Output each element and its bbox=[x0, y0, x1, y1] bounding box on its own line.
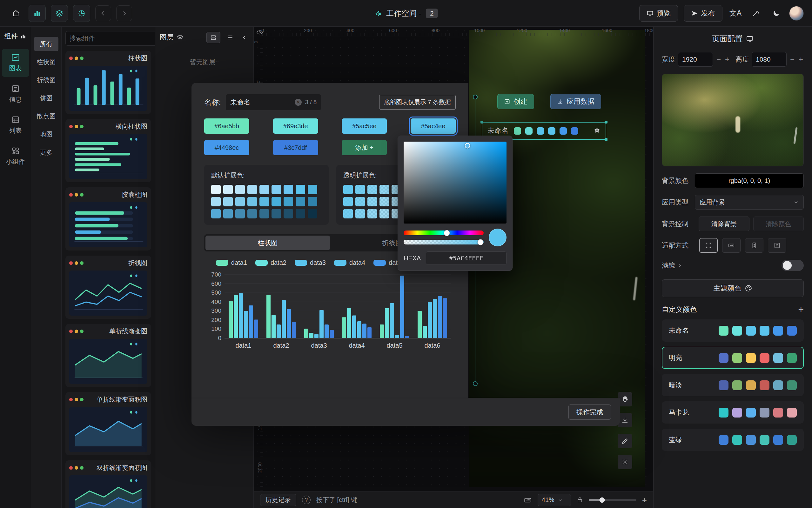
extended-color-swatch[interactable] bbox=[284, 197, 293, 206]
color-chip[interactable]: #5ac4ee bbox=[411, 118, 456, 134]
width-input[interactable]: 1920 bbox=[678, 52, 713, 67]
extended-color-swatch[interactable] bbox=[211, 197, 221, 206]
preview-button[interactable]: 预览 bbox=[639, 5, 678, 22]
extended-color-swatch[interactable] bbox=[271, 197, 281, 206]
stretch-fit-button[interactable] bbox=[768, 238, 786, 253]
category-item[interactable]: 更多 bbox=[34, 145, 58, 160]
category-item[interactable]: 所有 bbox=[34, 37, 58, 51]
extended-color-swatch[interactable] bbox=[259, 197, 269, 206]
extended-color-swatch[interactable] bbox=[308, 197, 317, 206]
transparent-color-swatch[interactable] bbox=[368, 185, 377, 194]
color-chip[interactable]: #69e3de bbox=[273, 118, 318, 134]
extended-color-swatch[interactable] bbox=[235, 197, 245, 206]
transparent-color-swatch[interactable] bbox=[368, 209, 377, 218]
history-button[interactable]: 历史记录 bbox=[260, 494, 296, 506]
extended-color-swatch[interactable] bbox=[271, 209, 281, 218]
hue-slider[interactable] bbox=[403, 230, 484, 235]
shortcut-keyboard-button[interactable] bbox=[524, 496, 532, 504]
transparent-color-swatch[interactable] bbox=[343, 197, 353, 206]
add-color-chip[interactable]: 添加 + bbox=[342, 140, 387, 155]
saturation-area[interactable] bbox=[403, 141, 507, 223]
sidebar-item-chart[interactable]: 图表 bbox=[2, 49, 29, 77]
theme-preset-未命名[interactable]: 未命名 bbox=[662, 320, 804, 342]
extended-color-swatch[interactable] bbox=[308, 209, 317, 218]
clear-background-button[interactable]: 清除背景 bbox=[699, 216, 750, 231]
component-card-bar[interactable]: 柱状图 bbox=[66, 51, 151, 114]
color-chip[interactable]: #3c7ddf bbox=[273, 140, 318, 155]
transparent-color-swatch[interactable] bbox=[355, 185, 365, 194]
extended-color-swatch[interactable] bbox=[247, 197, 257, 206]
alpha-slider[interactable] bbox=[403, 240, 484, 245]
chevron-right-icon[interactable] bbox=[677, 263, 683, 268]
width-minus-button[interactable]: − bbox=[716, 55, 722, 64]
extended-color-swatch[interactable] bbox=[284, 185, 293, 194]
settings-button[interactable] bbox=[618, 455, 632, 469]
transparent-color-swatch[interactable] bbox=[380, 209, 389, 218]
extended-color-swatch[interactable] bbox=[308, 185, 317, 194]
category-item[interactable]: 散点图 bbox=[34, 109, 58, 124]
extended-color-swatch[interactable] bbox=[259, 209, 269, 218]
alpha-slider-thumb[interactable] bbox=[477, 239, 483, 245]
component-card-linegrad[interactable]: 单折线渐变图 bbox=[66, 324, 151, 387]
bg-color-input[interactable]: rgba(0, 0, 0, 1) bbox=[695, 173, 804, 188]
eye-icon[interactable] bbox=[256, 29, 263, 36]
transparent-color-swatch[interactable] bbox=[380, 185, 389, 194]
edit-button[interactable] bbox=[618, 434, 632, 448]
extended-color-swatch[interactable] bbox=[223, 185, 233, 194]
chart-mode-button[interactable] bbox=[29, 5, 46, 22]
extended-color-swatch[interactable] bbox=[211, 209, 221, 218]
extended-color-swatch[interactable] bbox=[296, 209, 305, 218]
extended-color-swatch[interactable] bbox=[235, 185, 245, 194]
sidebar-item-widget[interactable]: 小组件 bbox=[2, 142, 29, 170]
theme-preset-暗淡[interactable]: 暗淡 bbox=[662, 374, 804, 396]
extended-color-swatch[interactable] bbox=[223, 197, 233, 206]
zoom-lock-icon[interactable] bbox=[577, 497, 583, 503]
height-plus-button[interactable]: + bbox=[798, 55, 804, 64]
publish-button[interactable]: 发布 bbox=[684, 5, 722, 22]
name-input[interactable] bbox=[230, 98, 292, 106]
extended-color-swatch[interactable] bbox=[235, 209, 245, 218]
layers-list-view-button[interactable] bbox=[223, 32, 237, 43]
theme-preset-明亮[interactable]: 明亮 bbox=[662, 347, 804, 369]
category-item[interactable]: 饼图 bbox=[34, 91, 58, 105]
component-card-area[interactable]: 单折线渐变面积图 bbox=[66, 392, 151, 455]
clear-color-button[interactable]: 清除颜色 bbox=[753, 216, 804, 231]
fit-height-button[interactable] bbox=[745, 238, 763, 253]
fit-screen-button[interactable] bbox=[699, 238, 718, 253]
layers-thumb-view-button[interactable] bbox=[206, 32, 220, 43]
theme-preset-马卡龙[interactable]: 马卡龙 bbox=[662, 401, 804, 424]
transparent-color-swatch[interactable] bbox=[343, 209, 353, 218]
clear-input-icon[interactable]: ✕ bbox=[295, 99, 302, 106]
transparent-color-swatch[interactable] bbox=[368, 197, 377, 206]
transparent-color-swatch[interactable] bbox=[355, 197, 365, 206]
category-item[interactable]: 地图 bbox=[34, 127, 58, 141]
category-item[interactable]: 折线图 bbox=[34, 73, 58, 87]
sidebar-item-info[interactable]: 信息 bbox=[2, 80, 29, 108]
legend-item[interactable]: data2 bbox=[255, 259, 287, 266]
done-button[interactable]: 操作完成 bbox=[568, 405, 611, 420]
height-input[interactable]: 1080 bbox=[752, 52, 786, 67]
hue-slider-thumb[interactable] bbox=[444, 230, 450, 236]
height-minus-button[interactable]: − bbox=[789, 55, 795, 64]
layers-mode-button[interactable] bbox=[51, 5, 68, 22]
color-chip[interactable]: #6ae5bb bbox=[204, 118, 249, 134]
zoom-in-button[interactable]: + bbox=[642, 496, 647, 504]
legend-item[interactable]: data3 bbox=[295, 259, 326, 266]
hex-input[interactable] bbox=[426, 251, 507, 265]
extended-color-swatch[interactable] bbox=[271, 185, 281, 194]
legend-item[interactable]: data1 bbox=[216, 259, 247, 266]
extended-color-swatch[interactable] bbox=[223, 209, 233, 218]
avatar[interactable] bbox=[789, 6, 804, 20]
filter-toggle[interactable] bbox=[781, 260, 804, 271]
component-card-area2[interactable]: 双折线渐变面积图 bbox=[66, 460, 151, 508]
help-button[interactable]: ? bbox=[302, 496, 310, 504]
search-input[interactable] bbox=[70, 35, 154, 42]
component-card-capsule[interactable]: 胶囊柱图 bbox=[66, 187, 151, 251]
component-card-hbar[interactable]: 横向柱状图 bbox=[66, 119, 151, 182]
extended-color-swatch[interactable] bbox=[211, 185, 221, 194]
fit-width-button[interactable] bbox=[722, 238, 740, 253]
color-chip[interactable]: #5ac5ee bbox=[342, 118, 387, 134]
zoom-slider-knob[interactable] bbox=[599, 497, 605, 503]
extended-color-swatch[interactable] bbox=[247, 209, 257, 218]
tools-button[interactable] bbox=[749, 6, 763, 20]
